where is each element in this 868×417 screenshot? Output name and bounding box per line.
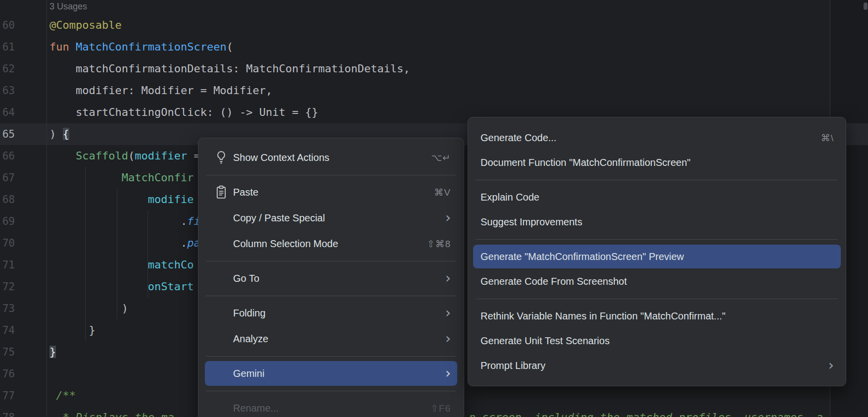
menu-item-shortcut: ⌘V	[424, 187, 451, 198]
code-line[interactable]: .pad	[49, 232, 207, 254]
scrollbar-thumb[interactable]	[864, 2, 868, 10]
code-line[interactable]: matchCo	[49, 254, 193, 276]
code-line[interactable]: Scaffold(modifier =	[49, 145, 200, 167]
gemini-submenu: Generate Code...⌘\Document Function "Mat…	[468, 117, 846, 386]
code-token: (	[128, 150, 135, 162]
line-number[interactable]: 66	[0, 145, 15, 167]
code-line[interactable]: .fil	[49, 210, 207, 232]
code-token: )	[49, 128, 63, 140]
line-number[interactable]: 68	[0, 189, 15, 210]
chevron-right-icon: ›	[435, 308, 451, 318]
line-number[interactable]: 74	[0, 319, 15, 341]
menu-item-generate-matchconfirmationscreen-preview[interactable]: Generate "MatchConfirmationScreen" Previ…	[468, 244, 846, 269]
line-number[interactable]: 78	[0, 407, 15, 417]
menu-item-label: Go To	[233, 273, 259, 284]
code-line[interactable]: fun MatchConfirmationScreen(	[49, 36, 233, 58]
menu-item-generate-unit-test-scenarios[interactable]: Generate Unit Test Scenarios	[468, 328, 846, 353]
code-token: MatchConfirmationScreen	[76, 41, 227, 53]
code-line[interactable]: modifie	[49, 189, 193, 210]
gutter-border	[47, 0, 47, 417]
code-token: matchCo	[148, 259, 194, 271]
code-token: @Composable	[49, 19, 122, 31]
menu-item-show-context-actions[interactable]: Show Context Actions⌥↵	[198, 145, 464, 170]
code-line[interactable]: /**	[49, 385, 76, 407]
menu-item-label: Explain Code	[481, 192, 539, 203]
code-token: modifier	[135, 150, 187, 162]
menu-item-go-to[interactable]: Go To›	[198, 265, 464, 291]
code-line[interactable]: }	[49, 319, 96, 341]
menu-item-copy-paste-special[interactable]: Copy / Paste Special›	[198, 205, 464, 231]
menu-item-label: Rethink Variable Names in Function "Matc…	[481, 311, 725, 322]
line-number[interactable]: 70	[0, 232, 15, 254]
code-token: (	[227, 41, 233, 53]
code-line[interactable]: @Composable	[49, 14, 122, 36]
menu-item-label: Gemini	[233, 368, 264, 379]
menu-item-label: Column Selection Mode	[233, 238, 338, 250]
code-token	[49, 171, 122, 184]
menu-item-document-function-matchconfirmationscreen[interactable]: Document Function "MatchConfirmationScre…	[468, 150, 846, 175]
line-number[interactable]: 65	[0, 123, 15, 145]
usages-hint[interactable]: 3 Usages	[49, 0, 87, 13]
line-number[interactable]: 75	[0, 341, 15, 363]
menu-item-analyze[interactable]: Analyze›	[198, 326, 464, 352]
menu-item-label: Generate Unit Test Scenarios	[481, 335, 610, 347]
menu-separator	[198, 386, 464, 395]
menu-separator	[198, 291, 464, 300]
menu-separator	[468, 234, 846, 244]
code-token	[49, 259, 148, 271]
menu-item-gemini[interactable]: Gemini›	[198, 361, 464, 386]
line-number[interactable]: 77	[0, 385, 15, 407]
menu-separator	[198, 170, 464, 179]
code-line[interactable]: ) {	[49, 123, 69, 145]
code-line[interactable]: modifier: Modifier = Modifier,	[49, 80, 272, 102]
menu-item-generate-code[interactable]: Generate Code...⌘\	[468, 125, 846, 150]
menu-separator	[468, 175, 846, 185]
menu-item-folding[interactable]: Folding›	[198, 300, 464, 326]
code-line[interactable]: onStart	[49, 276, 193, 298]
code-token: startChattingOnClick: () -> Unit = {}	[49, 106, 318, 118]
line-number[interactable]: 76	[0, 363, 15, 385]
editor-context-menu: Show Context Actions⌥↵Paste⌘VCopy / Past…	[198, 138, 464, 417]
menu-item-rethink-variable-names-in-function-matchconfirmat[interactable]: Rethink Variable Names in Function "Matc…	[468, 304, 846, 328]
chevron-right-icon: ›	[435, 334, 451, 344]
line-number[interactable]: 69	[0, 210, 15, 232]
menu-item-shortcut: ⌘\	[811, 132, 834, 144]
menu-item-label: Generate Code...	[481, 132, 556, 144]
code-token: n screen, including the matched profiles…	[469, 411, 823, 417]
code-token: /**	[49, 389, 76, 402]
line-number[interactable]: 73	[0, 298, 15, 319]
menu-item-prompt-library[interactable]: Prompt Library›	[468, 353, 846, 378]
code-token: onStart	[148, 280, 194, 293]
menu-item-shortcut: ⇧⌘8	[417, 238, 451, 250]
lightbulb-icon	[215, 150, 228, 165]
chevron-right-icon: ›	[435, 368, 451, 378]
menu-item-label: Generate "MatchConfirmationScreen" Previ…	[481, 251, 684, 262]
code-line[interactable]: }	[49, 341, 56, 363]
code-token: )	[49, 302, 128, 314]
menu-item-paste[interactable]: Paste⌘V	[198, 179, 464, 205]
menu-item-generate-code-from-screenshot[interactable]: Generate Code From Screenshot	[468, 269, 846, 294]
menu-item-suggest-improvements[interactable]: Suggest Improvements	[468, 209, 846, 234]
code-token: .	[49, 215, 187, 227]
line-number[interactable]: 67	[0, 167, 15, 189]
line-number[interactable]: 64	[0, 102, 15, 123]
line-number[interactable]: 72	[0, 276, 15, 298]
code-token	[49, 280, 148, 293]
code-token: }	[49, 324, 96, 336]
line-number[interactable]: 62	[0, 58, 15, 80]
line-number[interactable]: 63	[0, 80, 15, 102]
code-line[interactable]: startChattingOnClick: () -> Unit = {}	[49, 102, 318, 123]
code-token: {	[63, 128, 69, 140]
chevron-right-icon: ›	[435, 213, 451, 223]
line-number[interactable]: 60	[0, 14, 15, 36]
code-token	[49, 150, 76, 162]
code-line[interactable]: )	[49, 298, 128, 319]
code-line[interactable]: matchConfirmationDetails: MatchConfirmat…	[49, 58, 410, 80]
code-token: modifier: Modifier = Modifier,	[49, 84, 272, 97]
menu-item-label: Folding	[233, 308, 266, 319]
code-line[interactable]: MatchConfir	[49, 167, 193, 189]
line-number[interactable]: 71	[0, 254, 15, 276]
menu-item-column-selection-mode[interactable]: Column Selection Mode⇧⌘8	[198, 231, 464, 257]
menu-item-explain-code[interactable]: Explain Code	[468, 185, 846, 209]
line-number[interactable]: 61	[0, 36, 15, 58]
